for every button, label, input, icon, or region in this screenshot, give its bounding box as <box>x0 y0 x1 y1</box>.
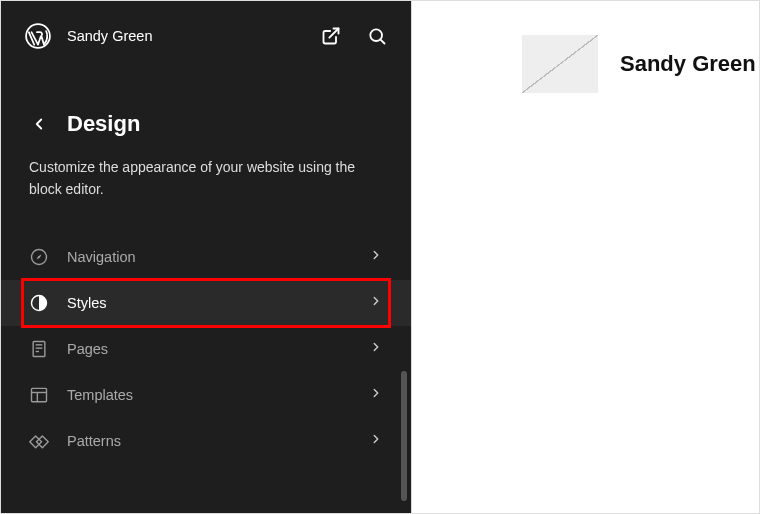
menu-item-label: Navigation <box>67 249 136 265</box>
app-root: Sandy Green Design Customize the appeara… <box>0 0 760 514</box>
chevron-right-icon <box>369 340 383 358</box>
scrollbar[interactable] <box>401 371 407 501</box>
contrast-icon <box>29 293 49 313</box>
menu-item-label: Templates <box>67 387 133 403</box>
chevron-right-icon <box>369 294 383 312</box>
menu-item-templates[interactable]: Templates <box>1 372 411 418</box>
menu-item-pages[interactable]: Pages <box>1 326 411 372</box>
header-actions <box>321 26 387 46</box>
wordpress-logo-icon[interactable] <box>25 23 51 49</box>
sidebar-header: Sandy Green <box>1 1 411 71</box>
menu-item-styles[interactable]: Styles <box>1 280 411 326</box>
svg-line-1 <box>329 29 338 38</box>
chevron-right-icon <box>369 248 383 266</box>
site-logo-placeholder[interactable] <box>522 35 598 93</box>
svg-line-3 <box>380 39 384 43</box>
menu-item-label: Pages <box>67 341 108 357</box>
panel-description: Customize the appearance of your website… <box>1 137 411 200</box>
svg-rect-11 <box>32 389 47 402</box>
menu-item-label: Styles <box>67 295 107 311</box>
panel-header: Design <box>1 71 411 137</box>
menu-item-label: Patterns <box>67 433 121 449</box>
compass-icon <box>29 247 49 267</box>
design-menu: Navigation Styles Pages <box>1 234 411 464</box>
back-button[interactable] <box>29 114 49 134</box>
search-icon[interactable] <box>367 26 387 46</box>
menu-item-navigation[interactable]: Navigation <box>1 234 411 280</box>
patterns-icon <box>29 431 49 451</box>
preview-site-title[interactable]: Sandy Green <box>620 51 756 77</box>
page-icon <box>29 339 49 359</box>
preview-pane: Sandy Green <box>411 1 759 513</box>
external-link-icon[interactable] <box>321 26 341 46</box>
site-title: Sandy Green <box>67 28 152 44</box>
svg-marker-5 <box>37 255 42 260</box>
layout-icon <box>29 385 49 405</box>
site-preview-header: Sandy Green <box>412 1 759 93</box>
chevron-right-icon <box>369 432 383 450</box>
menu-item-patterns[interactable]: Patterns <box>1 418 411 464</box>
sidebar: Sandy Green Design Customize the appeara… <box>1 1 411 513</box>
panel-title: Design <box>67 111 140 137</box>
chevron-right-icon <box>369 386 383 404</box>
svg-rect-7 <box>33 342 45 357</box>
